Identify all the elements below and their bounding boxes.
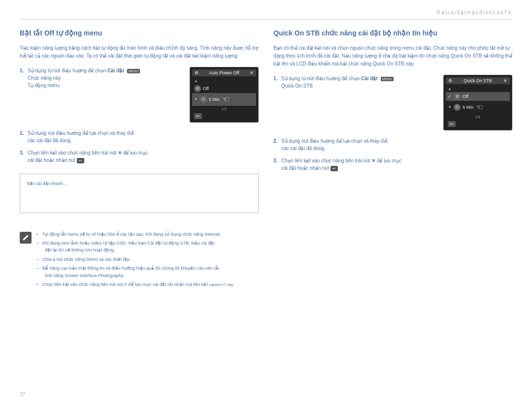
bottom-note-5: • Chọc liên kết vào chức năng bên trái n… [36,281,234,288]
page-number: 77 [20,392,25,397]
right-menu-row-5min[interactable]: ▼ ⏲ 5 Min ☜ [446,101,510,114]
right-menu-icon: ⚙ [448,78,452,83]
right-menu-pagination: 1/1 [446,114,510,120]
right-menu-ui: ⚙ Quick On STB ✕ ▲ ✓ ⊘ Off [438,75,512,130]
right-down-arrow-icon: ▼ [448,105,452,109]
note-box: Đặt cài đặt nhanh... [20,174,259,213]
left-step-1-text: 1. Sử dụng từ nút điều hướng để chọn Cài… [20,67,180,94]
left-menu-ui: ⚙ Auto Power Off ✕ ▲ ⊘ Off ▼ [185,67,259,123]
back-button[interactable]: ↩ [194,113,202,119]
right-step-3-content: Chọn liên kết vào chức năng bên trái nút… [281,157,512,172]
left-column: Bật tắt Off tự động menu Tiếc kiệm năng … [20,29,259,221]
right-menu-off-label: Off [463,94,468,99]
bottom-note-content: • Tự động tắt menu sẽ bị vô hiệu hóa ở c… [36,231,234,290]
breadcrumb: ĐặtcàiđặtmặcđịnhcủaTV [437,10,512,15]
right-back-button[interactable]: ↩ [448,121,456,127]
step-3-content: Chọn liên kết vào chức năng bên trái nút… [28,149,259,164]
right-step-num-1: 1. [273,75,281,82]
step-2-content: Sử dụng nút điều hướng để lựa chọn và th… [28,129,259,144]
auto-power-menu: ⚙ Auto Power Off ✕ ▲ ⊘ Off ▼ [190,67,259,123]
close-icon[interactable]: ✕ [250,70,254,75]
note-4-text: Để nâng cao bảo mật thông tin và điều hư… [42,265,219,279]
pencil-icon-box [20,232,32,244]
right-step-1: 1. Sử dụng từ nút điều hướng để chọn Cài… [273,75,433,90]
menu-5min-label: 5 Min [209,97,220,102]
back-inline: ↩ [77,158,84,163]
bullet-3: – [36,256,42,263]
right-timer-icon: ⏲ [454,104,461,111]
bottom-note-2: – Khi đang xem ảnh hoặc video từ tệp OSD… [36,240,234,254]
right-menu-title-bar: ⚙ Quick On STB ✕ [446,77,510,84]
pencil-icon [22,234,29,241]
bottom-note-3: – Chia a nút chức năng Demo và các thiết… [36,256,234,263]
checkmark-icon: ✓ [448,94,452,99]
right-close-icon[interactable]: ✕ [503,78,507,83]
right-step-2: 2. Sử dụng nút điều hướng để lựa chọn và… [273,137,512,152]
right-step-num-2: 2. [273,137,281,145]
step-num-1: 1. [20,67,28,74]
main-content: Bật tắt Off tự động menu Tiếc kiệm năng … [20,29,512,221]
note-3-text: Chia a nút chức năng Demo và các thiết l… [42,256,131,263]
menu-badge: MENU [127,69,140,73]
bullet-4: – [36,265,42,272]
right-off-icon: ⊘ [454,93,461,100]
left-step-1-row: 1. Sử dụng từ nút điều hướng để chọn Cài… [20,67,259,123]
menu-row-5min[interactable]: ▼ ⏲ 5 Min ☜ [192,93,256,106]
right-up-arrow-icon: ▲ [448,87,452,91]
top-bar: ĐặtcàiđặtmặcđịnhcủaTV [20,10,512,20]
right-menu-back-row: ↩ [446,120,510,128]
note-1-text: Tự động tắt menu sẽ bị vô hiệu hóa ở các… [42,231,221,238]
left-step-3: 3. Chọn liên kết vào chức năng bên trái … [20,149,259,164]
left-step-2: 2. Sử dụng nút điều hướng để lựa chọn và… [20,129,259,144]
menu-row-up[interactable]: ▲ [192,78,256,84]
quick-on-stb-menu: ⚙ Quick On STB ✕ ▲ ✓ ⊘ Off [443,75,512,130]
right-menu-row-up[interactable]: ▲ [446,86,510,92]
right-menu-badge: MENU [381,77,394,81]
menu-back-row: ↩ [192,112,256,120]
menu-row-off[interactable]: ⊘ Off [192,84,256,93]
page-container: ĐặtcàiđặtmặcđịnhcủaTV Bật tắt Off tự độn… [0,0,532,407]
right-back-inline: ↩ [331,166,338,171]
note-box-text: Đặt cài đặt nhanh... [27,180,251,187]
hand-cursor-icon: ☜ [222,94,230,105]
left-section-title: Bật tắt Off tự động menu [20,29,259,38]
menu-pagination: 1/1 [192,106,256,112]
bottom-notes: • Tự động tắt menu sẽ bị vô hiệu hóa ở c… [20,231,512,290]
right-step-3: 3. Chọn liên kết vào chức năng bên trái … [273,157,512,172]
off-icon: ⊘ [194,85,201,92]
right-step-1-row: 1. Sử dụng từ nút điều hướng để chọn Cài… [273,75,512,130]
bullet-2: – [36,240,42,247]
note-5-text: Chọc liên kết vào chức năng bên trái nút… [42,281,234,288]
bullet-1: • [36,231,42,238]
right-section-title: Quick On STB chức năng cài đặt bộ nhận t… [273,29,512,38]
right-step-num-3: 3. [273,157,281,164]
menu-off-label: Off [203,86,209,91]
right-step-1-content: Sử dụng từ nút điều hướng để chọn Cài đặ… [281,75,433,90]
up-arrow-icon: ▲ [194,79,198,83]
bullet-5: • [36,281,42,288]
right-menu-row-off[interactable]: ✓ ⊘ Off [446,92,510,101]
bottom-note-1: • Tự động tắt menu sẽ bị vô hiệu hóa ở c… [36,231,234,238]
right-menu-5min-label: 5 Min [463,105,473,110]
right-column: Quick On STB chức năng cài đặt bộ nhận t… [273,29,512,221]
right-menu-title-text: Quick On STB [464,78,492,83]
timer-icon: ⏲ [200,96,207,103]
step-num-3: 3. [20,149,28,157]
menu-icon: ⚙ [195,70,199,75]
note-2-text: Khi đang xem ảnh hoặc video từ tệp OSD. … [42,240,215,254]
right-step-1-text: 1. Sử dụng từ nút điều hướng để chọn Cài… [273,75,433,94]
left-section-desc: Tiếc kiệm năng lượng bằng cách bật tự độ… [20,44,259,60]
left-step-1: 1. Sử dụng từ nút điều hướng để chọn Cài… [20,67,180,89]
step-1-content: Sử dụng từ nút điều hướng để chọn Cài đặ… [28,67,180,89]
bottom-note-4: – Để nâng cao bảo mật thông tin và điều … [36,265,234,279]
right-step-2-content: Sử dụng nút điều hướng để lựa chọn và th… [281,137,512,152]
down-arrow-icon: ▼ [194,97,198,101]
step-num-2: 2. [20,129,28,137]
right-section-desc: Bạn có thể cài đặt kết nối và chọn nguồn… [273,44,512,68]
right-hand-cursor-icon: ☜ [475,102,483,113]
menu-title-bar: ⚙ Auto Power Off ✕ [192,69,256,76]
menu-title-text: Auto Power Off [209,70,239,75]
